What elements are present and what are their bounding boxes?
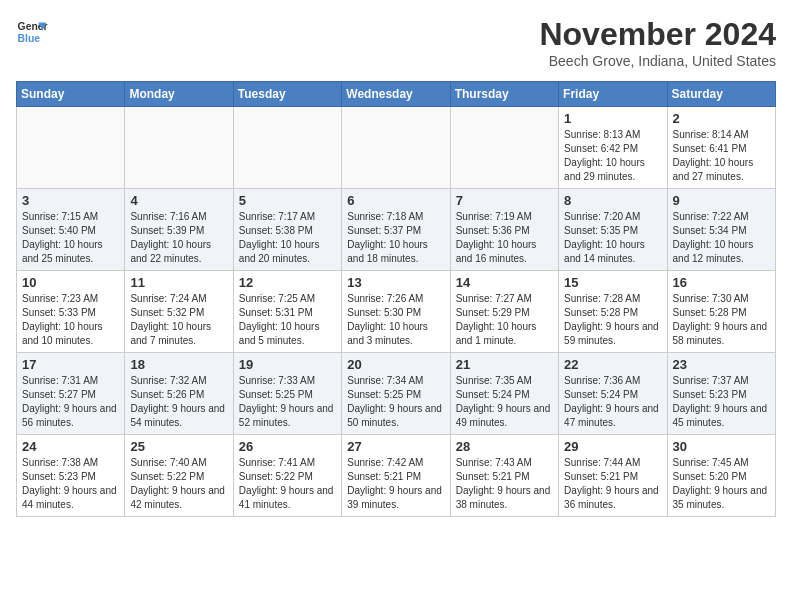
day-info: Sunrise: 7:32 AMSunset: 5:26 PMDaylight:… <box>130 374 227 430</box>
week-row-5: 24Sunrise: 7:38 AMSunset: 5:23 PMDayligh… <box>17 435 776 517</box>
day-number: 25 <box>130 439 227 454</box>
day-info: Sunrise: 7:27 AMSunset: 5:29 PMDaylight:… <box>456 292 553 348</box>
calendar-cell: 22Sunrise: 7:36 AMSunset: 5:24 PMDayligh… <box>559 353 667 435</box>
calendar-cell: 23Sunrise: 7:37 AMSunset: 5:23 PMDayligh… <box>667 353 775 435</box>
calendar-cell: 5Sunrise: 7:17 AMSunset: 5:38 PMDaylight… <box>233 189 341 271</box>
calendar-cell <box>17 107 125 189</box>
calendar-cell: 3Sunrise: 7:15 AMSunset: 5:40 PMDaylight… <box>17 189 125 271</box>
day-info: Sunrise: 7:19 AMSunset: 5:36 PMDaylight:… <box>456 210 553 266</box>
logo-icon: General Blue <box>16 16 48 48</box>
day-info: Sunrise: 7:28 AMSunset: 5:28 PMDaylight:… <box>564 292 661 348</box>
day-number: 22 <box>564 357 661 372</box>
calendar-cell: 6Sunrise: 7:18 AMSunset: 5:37 PMDaylight… <box>342 189 450 271</box>
day-info: Sunrise: 7:41 AMSunset: 5:22 PMDaylight:… <box>239 456 336 512</box>
day-info: Sunrise: 7:35 AMSunset: 5:24 PMDaylight:… <box>456 374 553 430</box>
day-info: Sunrise: 7:22 AMSunset: 5:34 PMDaylight:… <box>673 210 770 266</box>
day-info: Sunrise: 7:40 AMSunset: 5:22 PMDaylight:… <box>130 456 227 512</box>
calendar-cell: 8Sunrise: 7:20 AMSunset: 5:35 PMDaylight… <box>559 189 667 271</box>
weekday-header-saturday: Saturday <box>667 82 775 107</box>
title-block: November 2024 Beech Grove, Indiana, Unit… <box>539 16 776 69</box>
day-info: Sunrise: 7:44 AMSunset: 5:21 PMDaylight:… <box>564 456 661 512</box>
day-info: Sunrise: 7:25 AMSunset: 5:31 PMDaylight:… <box>239 292 336 348</box>
calendar-cell: 17Sunrise: 7:31 AMSunset: 5:27 PMDayligh… <box>17 353 125 435</box>
day-info: Sunrise: 7:26 AMSunset: 5:30 PMDaylight:… <box>347 292 444 348</box>
day-number: 11 <box>130 275 227 290</box>
day-number: 3 <box>22 193 119 208</box>
calendar-cell: 21Sunrise: 7:35 AMSunset: 5:24 PMDayligh… <box>450 353 558 435</box>
calendar-table: SundayMondayTuesdayWednesdayThursdayFrid… <box>16 81 776 517</box>
day-info: Sunrise: 7:17 AMSunset: 5:38 PMDaylight:… <box>239 210 336 266</box>
day-info: Sunrise: 7:36 AMSunset: 5:24 PMDaylight:… <box>564 374 661 430</box>
day-number: 19 <box>239 357 336 372</box>
calendar-cell: 4Sunrise: 7:16 AMSunset: 5:39 PMDaylight… <box>125 189 233 271</box>
weekday-header-thursday: Thursday <box>450 82 558 107</box>
day-number: 30 <box>673 439 770 454</box>
day-info: Sunrise: 7:20 AMSunset: 5:35 PMDaylight:… <box>564 210 661 266</box>
day-info: Sunrise: 7:43 AMSunset: 5:21 PMDaylight:… <box>456 456 553 512</box>
calendar-cell: 9Sunrise: 7:22 AMSunset: 5:34 PMDaylight… <box>667 189 775 271</box>
calendar-cell: 30Sunrise: 7:45 AMSunset: 5:20 PMDayligh… <box>667 435 775 517</box>
day-number: 14 <box>456 275 553 290</box>
week-row-1: 1Sunrise: 8:13 AMSunset: 6:42 PMDaylight… <box>17 107 776 189</box>
day-info: Sunrise: 7:37 AMSunset: 5:23 PMDaylight:… <box>673 374 770 430</box>
calendar-cell <box>342 107 450 189</box>
day-number: 6 <box>347 193 444 208</box>
weekday-header-row: SundayMondayTuesdayWednesdayThursdayFrid… <box>17 82 776 107</box>
calendar-cell: 13Sunrise: 7:26 AMSunset: 5:30 PMDayligh… <box>342 271 450 353</box>
day-info: Sunrise: 7:18 AMSunset: 5:37 PMDaylight:… <box>347 210 444 266</box>
day-info: Sunrise: 7:24 AMSunset: 5:32 PMDaylight:… <box>130 292 227 348</box>
day-info: Sunrise: 7:33 AMSunset: 5:25 PMDaylight:… <box>239 374 336 430</box>
day-number: 16 <box>673 275 770 290</box>
calendar-cell: 1Sunrise: 8:13 AMSunset: 6:42 PMDaylight… <box>559 107 667 189</box>
weekday-header-monday: Monday <box>125 82 233 107</box>
calendar-cell: 11Sunrise: 7:24 AMSunset: 5:32 PMDayligh… <box>125 271 233 353</box>
calendar-cell <box>125 107 233 189</box>
calendar-cell: 27Sunrise: 7:42 AMSunset: 5:21 PMDayligh… <box>342 435 450 517</box>
calendar-cell: 28Sunrise: 7:43 AMSunset: 5:21 PMDayligh… <box>450 435 558 517</box>
day-number: 27 <box>347 439 444 454</box>
calendar-cell: 15Sunrise: 7:28 AMSunset: 5:28 PMDayligh… <box>559 271 667 353</box>
day-info: Sunrise: 7:15 AMSunset: 5:40 PMDaylight:… <box>22 210 119 266</box>
day-info: Sunrise: 7:16 AMSunset: 5:39 PMDaylight:… <box>130 210 227 266</box>
calendar-cell: 14Sunrise: 7:27 AMSunset: 5:29 PMDayligh… <box>450 271 558 353</box>
calendar-cell: 29Sunrise: 7:44 AMSunset: 5:21 PMDayligh… <box>559 435 667 517</box>
day-number: 20 <box>347 357 444 372</box>
day-info: Sunrise: 7:23 AMSunset: 5:33 PMDaylight:… <box>22 292 119 348</box>
day-info: Sunrise: 7:31 AMSunset: 5:27 PMDaylight:… <box>22 374 119 430</box>
day-info: Sunrise: 7:45 AMSunset: 5:20 PMDaylight:… <box>673 456 770 512</box>
week-row-4: 17Sunrise: 7:31 AMSunset: 5:27 PMDayligh… <box>17 353 776 435</box>
day-info: Sunrise: 7:42 AMSunset: 5:21 PMDaylight:… <box>347 456 444 512</box>
svg-text:Blue: Blue <box>18 33 41 44</box>
weekday-header-wednesday: Wednesday <box>342 82 450 107</box>
page-header: General Blue November 2024 Beech Grove, … <box>16 16 776 69</box>
day-number: 12 <box>239 275 336 290</box>
weekday-header-sunday: Sunday <box>17 82 125 107</box>
calendar-cell: 26Sunrise: 7:41 AMSunset: 5:22 PMDayligh… <box>233 435 341 517</box>
weekday-header-friday: Friday <box>559 82 667 107</box>
calendar-cell <box>450 107 558 189</box>
calendar-cell: 25Sunrise: 7:40 AMSunset: 5:22 PMDayligh… <box>125 435 233 517</box>
day-info: Sunrise: 7:34 AMSunset: 5:25 PMDaylight:… <box>347 374 444 430</box>
week-row-2: 3Sunrise: 7:15 AMSunset: 5:40 PMDaylight… <box>17 189 776 271</box>
day-number: 17 <box>22 357 119 372</box>
day-info: Sunrise: 8:13 AMSunset: 6:42 PMDaylight:… <box>564 128 661 184</box>
logo: General Blue <box>16 16 48 48</box>
day-number: 26 <box>239 439 336 454</box>
day-info: Sunrise: 7:38 AMSunset: 5:23 PMDaylight:… <box>22 456 119 512</box>
month-title: November 2024 <box>539 16 776 53</box>
calendar-cell: 16Sunrise: 7:30 AMSunset: 5:28 PMDayligh… <box>667 271 775 353</box>
weekday-header-tuesday: Tuesday <box>233 82 341 107</box>
day-info: Sunrise: 8:14 AMSunset: 6:41 PMDaylight:… <box>673 128 770 184</box>
day-number: 5 <box>239 193 336 208</box>
day-number: 15 <box>564 275 661 290</box>
calendar-cell: 20Sunrise: 7:34 AMSunset: 5:25 PMDayligh… <box>342 353 450 435</box>
calendar-cell <box>233 107 341 189</box>
day-number: 10 <box>22 275 119 290</box>
calendar-cell: 2Sunrise: 8:14 AMSunset: 6:41 PMDaylight… <box>667 107 775 189</box>
calendar-cell: 7Sunrise: 7:19 AMSunset: 5:36 PMDaylight… <box>450 189 558 271</box>
day-number: 9 <box>673 193 770 208</box>
day-number: 29 <box>564 439 661 454</box>
calendar-cell: 18Sunrise: 7:32 AMSunset: 5:26 PMDayligh… <box>125 353 233 435</box>
calendar-cell: 19Sunrise: 7:33 AMSunset: 5:25 PMDayligh… <box>233 353 341 435</box>
day-number: 23 <box>673 357 770 372</box>
